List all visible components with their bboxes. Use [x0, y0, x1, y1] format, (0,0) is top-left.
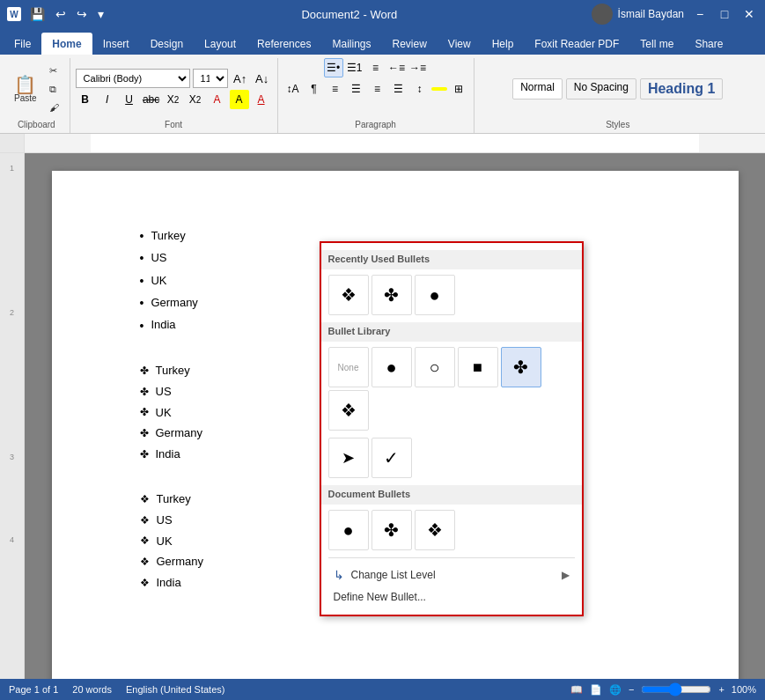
paragraph-label[interactable]: Paragraph — [355, 120, 396, 133]
title-bar: W 💾 ↩ ↪ ▾ Document2 - Word İsmail Baydan… — [0, 0, 765, 28]
window-title: Document2 - Word — [301, 8, 397, 21]
library-bullet-diamond-outline[interactable]: ❖ — [328, 390, 369, 431]
font-group: Calibri (Body) 11 A↑ A↓ B I U abc X2 X2 … — [70, 58, 278, 133]
bold-button[interactable]: B — [76, 90, 95, 109]
align-left-button[interactable]: ≡ — [326, 79, 345, 99]
doc-bullet-4point[interactable]: ✤ — [371, 510, 412, 550]
font-size-select[interactable]: 11 — [193, 69, 228, 88]
title-bar-left: W 💾 ↩ ↪ ▾ — [7, 5, 107, 23]
recent-bullet-diamond[interactable]: ❖ — [328, 275, 369, 315]
avatar — [592, 4, 613, 25]
zoom-level: 100% — [732, 684, 756, 695]
recent-bullet-4point[interactable]: ✤ — [371, 275, 412, 315]
font-label[interactable]: Font — [165, 120, 182, 133]
tab-layout[interactable]: Layout — [194, 33, 246, 55]
tab-mailings[interactable]: Mailings — [321, 33, 381, 55]
cut-button[interactable]: ✂ — [44, 63, 64, 79]
tab-foxit[interactable]: Foxit Reader PDF — [524, 33, 629, 55]
justify-button[interactable]: ☰ — [389, 79, 408, 99]
ribbon: 📋 Paste ✂ ⧉ 🖌 Clipboard Calibri (Body) 1… — [0, 55, 765, 134]
decrease-font-button[interactable]: A↓ — [253, 69, 272, 88]
maximize-button[interactable]: □ — [716, 5, 733, 23]
style-normal[interactable]: Normal — [512, 78, 563, 99]
multilevel-list-button[interactable]: ≡ — [366, 58, 386, 77]
style-heading1[interactable]: Heading 1 — [640, 78, 723, 99]
tab-home[interactable]: Home — [41, 33, 92, 55]
strikethrough-button[interactable]: abc — [142, 90, 161, 109]
change-list-level-item[interactable]: ↳ Change List Level ▶ — [328, 564, 575, 586]
font-name-select[interactable]: Calibri (Body) — [76, 69, 190, 88]
text-effects-button[interactable]: A — [208, 90, 227, 109]
align-right-button[interactable]: ≡ — [368, 79, 387, 99]
borders-button[interactable]: ⊞ — [449, 79, 468, 99]
status-bar: Page 1 of 1 20 words English (United Sta… — [0, 679, 765, 700]
tab-view[interactable]: View — [438, 33, 482, 55]
quick-access-more[interactable]: ▾ — [94, 5, 107, 23]
align-center-button[interactable]: ☰ — [347, 79, 366, 99]
tab-share[interactable]: Share — [684, 33, 733, 55]
tab-file[interactable]: File — [4, 33, 41, 55]
styles-group: Normal No Spacing Heading 1 Styles — [474, 58, 761, 133]
decrease-indent-button[interactable]: ←≡ — [387, 58, 407, 77]
subscript-button[interactable]: X2 — [164, 90, 183, 109]
tab-review[interactable]: Review — [381, 33, 437, 55]
library-bullet-square[interactable]: ■ — [458, 347, 498, 387]
doc-bullet-dot[interactable]: ● — [328, 510, 369, 550]
library-bullet-4point[interactable]: ✤ — [501, 347, 541, 387]
page-marker-3: 3 — [0, 451, 24, 463]
bullet-none[interactable]: None — [328, 347, 369, 387]
clipboard-label[interactable]: Clipboard — [18, 120, 55, 133]
tab-design[interactable]: Design — [140, 33, 194, 55]
recently-used-grid: ❖ ✤ ● — [328, 275, 575, 315]
font-row-2: B I U abc X2 X2 A A A — [76, 90, 272, 109]
superscript-button[interactable]: X2 — [186, 90, 205, 109]
read-mode-icon[interactable]: 📖 — [570, 684, 583, 696]
ruler-main — [25, 134, 765, 152]
minimize-button[interactable]: − — [691, 5, 709, 23]
line-spacing-button[interactable]: ↕ — [410, 79, 430, 99]
close-button[interactable]: ✕ — [740, 5, 758, 23]
recent-bullet-dot[interactable]: ● — [415, 275, 455, 315]
save-button[interactable]: 💾 — [26, 5, 48, 23]
copy-button[interactable]: ⧉ — [44, 81, 64, 98]
numbering-button[interactable]: ☰1 — [345, 58, 364, 77]
increase-indent-button[interactable]: →≡ — [408, 58, 428, 77]
format-painter-button[interactable]: 🖌 — [44, 99, 64, 115]
word-icon: W — [7, 7, 21, 21]
library-bullet-arrow[interactable]: ➤ — [328, 438, 369, 478]
doc-bullet-diamond[interactable]: ❖ — [415, 510, 455, 550]
show-formatting-button[interactable]: ¶ — [305, 79, 324, 99]
tab-references[interactable]: References — [246, 33, 321, 55]
tab-tellme[interactable]: Tell me — [629, 33, 684, 55]
tab-help[interactable]: Help — [482, 33, 525, 55]
document-area[interactable]: Turkey US UK Germany India Turkey US UK … — [25, 153, 765, 679]
paste-icon: 📋 — [14, 76, 36, 93]
bullets-button[interactable]: ☰• — [324, 58, 343, 77]
library-bullet-circle[interactable]: ○ — [415, 347, 455, 387]
web-layout-icon[interactable]: 🌐 — [609, 684, 622, 696]
word-count: 20 words — [72, 684, 112, 695]
underline-button[interactable]: U — [120, 90, 139, 109]
text-highlight-button[interactable]: A — [230, 90, 249, 109]
define-new-bullet-item[interactable]: Define New Bullet... — [328, 586, 575, 608]
redo-button[interactable]: ↪ — [73, 5, 91, 23]
zoom-slider[interactable] — [641, 682, 711, 696]
recently-used-title: Recently Used Bullets — [321, 250, 582, 269]
sort-button[interactable]: ↕A — [283, 79, 303, 99]
zoom-out-button[interactable]: − — [629, 684, 634, 695]
italic-button[interactable]: I — [98, 90, 117, 109]
zoom-in-button[interactable]: + — [718, 684, 724, 695]
shading-button[interactable] — [431, 87, 447, 91]
library-bullet-dot[interactable]: ● — [371, 347, 412, 387]
paste-button[interactable]: 📋 Paste — [9, 72, 42, 107]
style-noSpacing[interactable]: No Spacing — [566, 78, 636, 99]
increase-font-button[interactable]: A↑ — [231, 69, 250, 88]
status-left: Page 1 of 1 20 words English (United Sta… — [9, 684, 224, 695]
styles-label[interactable]: Styles — [606, 120, 629, 133]
undo-button[interactable]: ↩ — [52, 5, 70, 23]
tab-insert[interactable]: Insert — [92, 33, 140, 55]
library-bullet-check[interactable]: ✓ — [371, 438, 412, 478]
font-color-button[interactable]: A — [252, 90, 271, 109]
document-bullets-title: Document Bullets — [321, 485, 582, 505]
print-layout-icon[interactable]: 📄 — [590, 684, 602, 696]
